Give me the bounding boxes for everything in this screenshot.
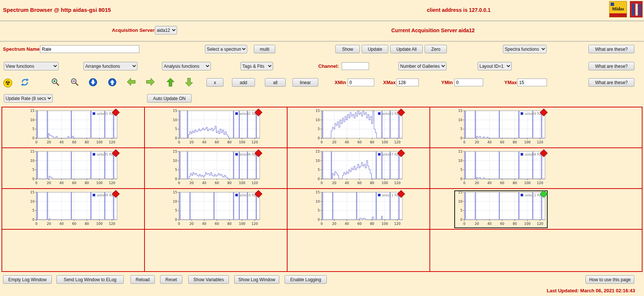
svg-text:15: 15 bbox=[458, 109, 462, 113]
show-log-window-button[interactable]: Show Log Window bbox=[234, 275, 279, 284]
svg-text:80: 80 bbox=[513, 181, 517, 185]
what-are-these-button-2[interactable]: What are these? bbox=[588, 62, 634, 70]
svg-text:15: 15 bbox=[316, 150, 320, 153]
update-button[interactable]: Update bbox=[362, 45, 388, 53]
svg-text:0: 0 bbox=[175, 218, 177, 222]
how-to-use-button[interactable]: How to use this page bbox=[585, 275, 634, 284]
gallery-cell-aida04[interactable]: 020406080100120051015aida04 Rate bbox=[430, 107, 642, 148]
update-rate-select[interactable]: Update Rate (8 secs) bbox=[4, 94, 53, 103]
gallery-cell-aida05[interactable]: 020406080100120051015aida05 Rate bbox=[2, 148, 145, 189]
ymin-input[interactable] bbox=[454, 79, 483, 86]
spectrum-chart-aida05[interactable]: 020406080100120051015aida05 Rate bbox=[27, 150, 119, 187]
acquisition-server-select[interactable]: aida12 bbox=[155, 26, 177, 34]
select-a-spectrum-select[interactable]: Select a spectrum bbox=[205, 45, 247, 53]
show-button[interactable]: Show bbox=[335, 45, 360, 53]
spectrum-chart-aida03[interactable]: 020406080100120051015aida03 Rate bbox=[312, 109, 405, 146]
spectrum-chart-aida07[interactable]: 020406080100120051015aida07 Rate bbox=[312, 150, 405, 187]
x-button[interactable]: x bbox=[206, 78, 223, 87]
svg-text:100: 100 bbox=[239, 140, 245, 144]
view-functions-select[interactable]: View functions bbox=[4, 62, 59, 70]
svg-text:40: 40 bbox=[487, 181, 492, 185]
channel-input[interactable] bbox=[342, 62, 369, 70]
gallery-cell-aida09[interactable]: 020406080100120051015aida09 Rate bbox=[2, 189, 145, 230]
arrow-up-icon[interactable] bbox=[166, 78, 175, 87]
radiation-icon[interactable]: ☢ bbox=[3, 79, 12, 87]
add-button[interactable]: add bbox=[232, 78, 255, 87]
svg-text:40: 40 bbox=[59, 222, 64, 226]
svg-text:15: 15 bbox=[30, 150, 34, 153]
arrow-down-icon[interactable] bbox=[184, 78, 194, 87]
gallery-cell-aida12[interactable]: 020406080100120051015aida12 Rate bbox=[430, 189, 642, 230]
client-address: client address is 127.0.0.1 bbox=[427, 7, 491, 13]
axis-row: ☢ bbox=[0, 75, 644, 92]
svg-text:0: 0 bbox=[460, 218, 462, 222]
tags-fits-select[interactable]: Tags & Fits bbox=[240, 62, 273, 70]
spectrum-chart-aida09[interactable]: 020406080100120051015aida09 Rate bbox=[27, 191, 119, 228]
empty-gallery-cell bbox=[430, 230, 642, 271]
what-are-these-button-3[interactable]: What are these? bbox=[588, 78, 634, 87]
spectrum-chart-aida08[interactable]: 020406080100120051015aida08 Rate bbox=[455, 150, 547, 187]
empty-log-window-button[interactable]: Empty Log Window bbox=[3, 275, 52, 284]
multi-button[interactable]: multi bbox=[254, 45, 275, 53]
svg-text:5: 5 bbox=[175, 127, 177, 131]
svg-text:120: 120 bbox=[252, 181, 258, 185]
zoom-in-icon[interactable] bbox=[51, 78, 60, 87]
svg-text:0: 0 bbox=[318, 136, 320, 140]
arrow-left-icon[interactable] bbox=[126, 78, 136, 87]
circle-arrow-up-icon[interactable] bbox=[107, 78, 117, 87]
what-are-these-button-1[interactable]: What are these? bbox=[588, 45, 634, 53]
acquisition-row: Acquisition Servers aida12 Current Acqui… bbox=[0, 21, 644, 41]
svg-text:10: 10 bbox=[458, 118, 463, 122]
reset-button[interactable]: Reset bbox=[160, 275, 182, 284]
update-all-button[interactable]: Update All bbox=[390, 45, 423, 53]
zoom-out-icon[interactable] bbox=[70, 78, 80, 87]
svg-text:5: 5 bbox=[175, 209, 177, 212]
linear-button[interactable]: linear bbox=[292, 78, 318, 87]
svg-text:100: 100 bbox=[382, 140, 388, 144]
midas-logo-text: Midas bbox=[612, 6, 624, 12]
gallery-cell-aida02[interactable]: 020406080100120051015aida02 Rate bbox=[145, 107, 288, 148]
arrange-functions-select[interactable]: Arrange functions bbox=[83, 62, 137, 70]
svg-text:0: 0 bbox=[321, 140, 323, 144]
gallery-cell-aida08[interactable]: 020406080100120051015aida08 Rate bbox=[430, 148, 642, 189]
analysis-functions-select[interactable]: Analysis functions bbox=[162, 62, 211, 70]
svg-text:120: 120 bbox=[537, 222, 543, 226]
xmax-input[interactable] bbox=[396, 79, 419, 86]
reload-button[interactable]: Reload bbox=[130, 275, 155, 284]
svg-text:0: 0 bbox=[35, 222, 37, 226]
svg-text:100: 100 bbox=[524, 140, 531, 144]
spectrum-chart-aida11[interactable]: 020406080100120051015aida11 Rate bbox=[312, 191, 405, 228]
circle-arrow-down-icon[interactable] bbox=[88, 78, 98, 87]
gallery-cell-aida07[interactable]: 020406080100120051015aida07 Rate bbox=[288, 148, 430, 189]
ymax-input[interactable] bbox=[517, 79, 547, 86]
gallery-cell-aida06[interactable]: 020406080100120051015aida06 Rate bbox=[145, 148, 288, 189]
spectrum-chart-aida06[interactable]: 020406080100120051015aida06 Rate bbox=[169, 150, 262, 187]
midas-logo-square bbox=[611, 3, 614, 6]
all-button[interactable]: all bbox=[265, 78, 286, 87]
arrow-right-icon[interactable] bbox=[146, 78, 155, 87]
enable-logging-button[interactable]: Enable Logging bbox=[285, 275, 327, 284]
number-of-galleries-select[interactable]: Number of Galleries bbox=[398, 62, 447, 70]
spectra-functions-select[interactable]: Spectra functions bbox=[503, 45, 547, 53]
spectrum-chart-aida02[interactable]: 020406080100120051015aida02 Rate bbox=[169, 109, 262, 146]
auto-update-button[interactable]: Auto Update ON bbox=[147, 94, 192, 103]
zero-button[interactable]: Zero bbox=[425, 45, 447, 53]
gallery-cell-aida01[interactable]: 020406080100120051015aida01 Rate bbox=[2, 107, 145, 148]
svg-text:15: 15 bbox=[30, 191, 34, 194]
svg-text:0: 0 bbox=[32, 177, 34, 181]
gallery-cell-aida10[interactable]: 020406080100120051015aida10 Rate bbox=[145, 189, 288, 230]
gallery-cell-aida11[interactable]: 020406080100120051015aida11 Rate bbox=[288, 189, 430, 230]
show-variables-button[interactable]: Show Variables bbox=[188, 275, 229, 284]
spectrum-chart-aida12[interactable]: 020406080100120051015aida12 Rate bbox=[455, 191, 547, 228]
spectrum-name-input[interactable] bbox=[40, 45, 139, 53]
refresh-icon[interactable] bbox=[20, 78, 30, 87]
spectrum-chart-aida10[interactable]: 020406080100120051015aida10 Rate bbox=[169, 191, 262, 228]
send-log-window-elog-button[interactable]: Send Log Window to ELog bbox=[56, 275, 124, 284]
svg-text:80: 80 bbox=[370, 181, 375, 185]
spectrum-chart-aida04[interactable]: 020406080100120051015aida04 Rate bbox=[455, 109, 547, 146]
gallery-cell-aida03[interactable]: 020406080100120051015aida03 Rate bbox=[288, 107, 430, 148]
layout-id-select[interactable]: Layout ID=1 bbox=[478, 62, 512, 70]
spectrum-chart-aida01[interactable]: 020406080100120051015aida01 Rate bbox=[27, 109, 119, 146]
xmin-input[interactable] bbox=[348, 79, 374, 86]
svg-text:100: 100 bbox=[524, 181, 531, 185]
